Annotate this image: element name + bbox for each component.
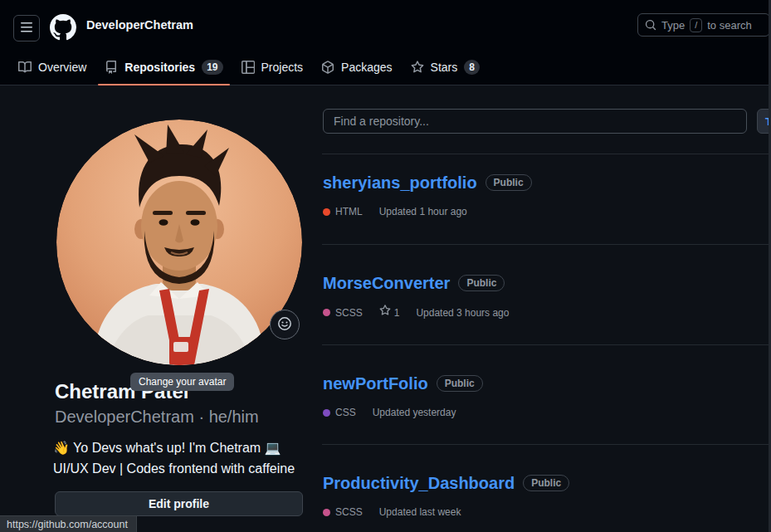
- visibility-badge: Public: [486, 174, 532, 191]
- repo-row: MorseConverter Public SCSS 1 Updated 3 h…: [322, 245, 771, 345]
- change-avatar-tooltip: Change your avatar: [130, 373, 234, 391]
- app-header: DeveloperChetram Type / to search: [0, 0, 771, 50]
- stars-count-badge: 8: [464, 60, 480, 75]
- profile-bio: 👋 Yo Devs what's up! I'm Chetram 💻 UI/UX…: [53, 437, 304, 479]
- language-dot: [323, 208, 330, 216]
- global-search-box[interactable]: Type / to search: [637, 13, 770, 37]
- tab-packages[interactable]: Packages: [315, 50, 398, 85]
- repository-list: sheryians_portfolio Public HTML Updated …: [322, 154, 771, 532]
- smiley-icon: [277, 316, 292, 334]
- hamburger-icon: [20, 21, 33, 37]
- star-outline-icon: [379, 305, 391, 320]
- repo-link[interactable]: newPortFolio: [323, 372, 428, 395]
- repo-row: Productivity_Dashboard Public SCSS Updat…: [322, 445, 771, 532]
- repo-icon: [105, 61, 118, 74]
- set-status-button[interactable]: [270, 310, 300, 339]
- profile-avatar[interactable]: [56, 120, 302, 365]
- book-icon: [18, 61, 32, 74]
- search-placeholder-suffix: to search: [707, 19, 751, 32]
- repo-link[interactable]: Productivity_Dashboard: [323, 471, 515, 495]
- visibility-badge: Public: [458, 275, 505, 291]
- tab-label: Projects: [261, 61, 304, 74]
- repo-updated: Updated 1 hour ago: [379, 204, 467, 219]
- repo-star-count: 1: [394, 305, 400, 320]
- language-dot: [323, 409, 330, 417]
- search-icon: [645, 19, 656, 31]
- tab-label: Overview: [38, 61, 86, 74]
- repo-row: sheryians_portfolio Public HTML Updated …: [322, 154, 771, 245]
- star-icon: [411, 61, 424, 74]
- tab-overview[interactable]: Overview: [12, 50, 93, 85]
- repo-row: newPortFolio Public CSS Updated yesterda…: [322, 345, 771, 445]
- profile-sidebar: Change your avatar Chetram Patel Develop…: [0, 85, 322, 532]
- bio-line-1: 👋 Yo Devs what's up! I'm Chetram 💻: [53, 437, 304, 458]
- repositories-panel: T sheryians_portfolio Public HTML Update…: [322, 85, 771, 532]
- language-dot: [323, 309, 330, 316]
- visibility-badge: Public: [523, 475, 569, 491]
- browser-link-preview: https://github.com/account: [0, 515, 137, 532]
- visibility-badge: Public: [437, 375, 483, 392]
- project-icon: [242, 61, 255, 74]
- repo-updated: Updated yesterday: [373, 405, 456, 420]
- header-username-link[interactable]: DeveloperChetram: [86, 18, 193, 32]
- repo-language: HTML: [335, 204, 363, 219]
- profile-username: DeveloperChetram · he/him: [55, 406, 259, 427]
- package-icon: [321, 61, 334, 74]
- find-repository-input[interactable]: [323, 109, 747, 134]
- repo-link[interactable]: sheryians_portfolio: [323, 171, 477, 194]
- bio-line-2: UI/UX Dev | Codes frontend with caffeine: [53, 458, 304, 479]
- language-dot: [323, 509, 330, 516]
- tab-stars[interactable]: Stars 8: [404, 50, 486, 85]
- tab-label: Stars: [431, 61, 458, 74]
- hamburger-menu-button[interactable]: [13, 15, 40, 41]
- repo-updated: Updated 3 hours ago: [416, 305, 509, 320]
- github-profile-page: DeveloperChetram Type / to search Overvi…: [0, 0, 771, 532]
- repo-link[interactable]: MorseConverter: [323, 271, 450, 295]
- repo-updated: Updated last week: [379, 505, 461, 520]
- tab-repositories[interactable]: Repositories 19: [98, 50, 229, 85]
- profile-tab-bar: Overview Repositories 19 Projects Packag…: [0, 50, 771, 85]
- search-placeholder-prefix: Type: [661, 19, 685, 32]
- tab-label: Packages: [341, 61, 392, 74]
- repo-language: SCSS: [335, 305, 363, 320]
- tab-projects[interactable]: Projects: [235, 50, 310, 85]
- repositories-count-badge: 19: [202, 60, 222, 75]
- search-slash-key: /: [690, 18, 702, 32]
- repo-language: CSS: [335, 405, 356, 420]
- tab-label: Repositories: [124, 61, 195, 74]
- repo-language: SCSS: [335, 505, 363, 520]
- edit-profile-button[interactable]: Edit profile: [55, 491, 303, 516]
- github-logo-icon[interactable]: [50, 14, 76, 41]
- repo-stargazers-link[interactable]: 1: [379, 305, 400, 320]
